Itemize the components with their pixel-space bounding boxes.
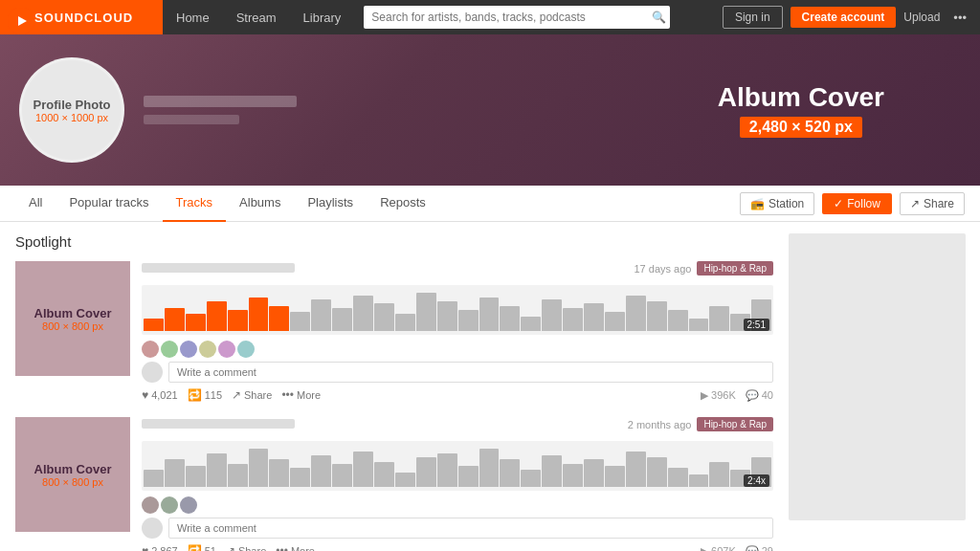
nav-library[interactable]: Library bbox=[290, 0, 355, 34]
waveform-bar bbox=[395, 314, 415, 331]
track-genre-1[interactable]: Hip-hop & Rap bbox=[697, 261, 773, 276]
share-icon-2: ↗ bbox=[226, 544, 235, 551]
waveform-bar bbox=[186, 466, 206, 487]
repost-count-1: 115 bbox=[205, 389, 222, 401]
waveform-bar bbox=[332, 464, 352, 487]
comment-count-2: 💬 29 bbox=[746, 545, 773, 552]
waveform-bar bbox=[353, 452, 373, 487]
mini-avatar bbox=[161, 496, 178, 514]
waveform-bar bbox=[563, 308, 583, 331]
waveform-bar bbox=[353, 296, 373, 331]
search-input[interactable] bbox=[364, 6, 670, 29]
share-tab-button[interactable]: ↗ Share bbox=[900, 192, 965, 215]
repost-action-1[interactable]: 🔁 115 bbox=[188, 388, 222, 402]
more-icon-2: ••• bbox=[276, 544, 288, 551]
waveform-bar bbox=[626, 296, 646, 331]
waveform-bar bbox=[249, 298, 269, 331]
waveform-bar bbox=[269, 459, 289, 487]
waveform-bar bbox=[165, 459, 185, 487]
play-icon-2-c: ▶ bbox=[701, 545, 708, 552]
waveform-bar bbox=[500, 459, 520, 487]
tab-popular-tracks[interactable]: Popular tracks bbox=[56, 186, 162, 222]
waveform-bar bbox=[647, 301, 667, 331]
mini-avatar bbox=[180, 496, 197, 514]
waveform-bar bbox=[458, 310, 479, 331]
create-account-button[interactable]: Create account bbox=[791, 7, 897, 28]
search-area: 🔍 bbox=[354, 6, 723, 29]
comments-1: 40 bbox=[762, 389, 773, 401]
album-cover-title: Album Cover bbox=[718, 82, 884, 113]
signin-button[interactable]: Sign in bbox=[723, 6, 783, 29]
advertisement-placeholder bbox=[789, 233, 966, 520]
waveform-bar bbox=[228, 464, 248, 487]
tabs-left: All Popular tracks Tracks Albums Playlis… bbox=[15, 186, 439, 222]
track-duration-2: 2:4x bbox=[744, 474, 769, 487]
tab-playlists[interactable]: Playlists bbox=[294, 186, 367, 222]
profile-photo-label: Profile Photo bbox=[33, 98, 111, 112]
comment-input-1[interactable] bbox=[168, 362, 773, 383]
station-icon: 📻 bbox=[750, 197, 765, 210]
waveform-bar bbox=[144, 470, 164, 487]
profile-photo-dims: 1000 × 1000 px bbox=[35, 112, 108, 123]
waveform-bar bbox=[668, 468, 688, 487]
mini-avatar bbox=[142, 341, 159, 358]
banner-sub-placeholder bbox=[144, 115, 239, 124]
waveform-2[interactable]: 2:4x bbox=[142, 441, 773, 491]
share-action-1[interactable]: ↗ Share bbox=[232, 388, 272, 402]
waveform-bar bbox=[479, 298, 500, 331]
nav-auth: Sign in Create account Upload ••• bbox=[723, 6, 980, 29]
nav-home[interactable]: Home bbox=[163, 0, 223, 34]
track-actions-1: ♥ 4,021 🔁 115 ↗ Share ••• bbox=[142, 388, 773, 402]
track-card: Album Cover 800 × 800 px 17 days ago bbox=[15, 261, 773, 402]
mini-avatar bbox=[180, 341, 197, 358]
more-label-2: More bbox=[291, 545, 315, 551]
track-top-row-1: 17 days ago Hip-hop & Rap bbox=[142, 261, 773, 276]
tab-reposts[interactable]: Reposts bbox=[367, 186, 439, 222]
track-genre-2[interactable]: Hip-hop & Rap bbox=[697, 417, 773, 431]
nav-stream[interactable]: Stream bbox=[223, 0, 290, 34]
waveform-bar bbox=[249, 449, 269, 487]
search-icon-button[interactable]: 🔍 bbox=[652, 11, 666, 24]
tab-albums[interactable]: Albums bbox=[226, 186, 294, 222]
waveform-bar bbox=[626, 452, 646, 487]
waveform-bar bbox=[689, 474, 709, 487]
sidebar-ad-area bbox=[789, 222, 980, 551]
upload-button[interactable]: Upload bbox=[903, 11, 940, 24]
more-action-1[interactable]: ••• More bbox=[281, 388, 321, 402]
comment-icon: 💬 bbox=[746, 389, 759, 402]
track-timestamp-2: 2 months ago bbox=[628, 419, 692, 430]
track-thumbnail-1: Album Cover 800 × 800 px bbox=[15, 261, 130, 376]
mini-avatar bbox=[218, 341, 235, 358]
avatar-row-2 bbox=[142, 496, 773, 514]
track-thumb-label-1: Album Cover bbox=[34, 306, 112, 320]
album-cover-dims: 2,480 × 520 px bbox=[740, 117, 862, 138]
comment-icon-2: 💬 bbox=[746, 545, 759, 552]
more-action-2[interactable]: ••• More bbox=[276, 544, 315, 551]
waveform-bar bbox=[416, 293, 436, 331]
share-action-2[interactable]: ↗ Share bbox=[226, 544, 266, 551]
tab-tracks[interactable]: Tracks bbox=[163, 186, 227, 222]
more-icon-1: ••• bbox=[281, 388, 294, 402]
waveform-bar bbox=[521, 470, 541, 487]
waveform-bar bbox=[290, 312, 310, 331]
comment-input-2[interactable] bbox=[168, 518, 773, 539]
repost-action-2[interactable]: 🔁 51 bbox=[188, 544, 216, 551]
like-action-2[interactable]: ♥ 2,867 bbox=[142, 544, 178, 551]
waveform-bar bbox=[144, 319, 164, 331]
waveform-bar bbox=[584, 303, 604, 331]
track-thumb-dims-2: 800 × 800 px bbox=[42, 476, 103, 488]
station-button[interactable]: 📻 Station bbox=[740, 192, 814, 215]
like-action-1[interactable]: ♥ 4,021 bbox=[142, 388, 178, 402]
more-options-icon[interactable]: ••• bbox=[947, 11, 972, 25]
comments-2: 29 bbox=[762, 545, 773, 551]
play-icon-count: ▶ bbox=[701, 389, 708, 402]
follow-button[interactable]: ✓ Follow bbox=[822, 193, 892, 214]
share-label-2: Share bbox=[238, 545, 266, 551]
waveform-bar bbox=[563, 464, 583, 487]
plays-1: 396K bbox=[711, 389, 736, 401]
waveform-1[interactable]: 2:51 bbox=[142, 285, 773, 335]
top-navigation: ☁ SOUNDCLOUD Home Stream Library 🔍 Sign … bbox=[0, 0, 980, 34]
like-count-2: 2,867 bbox=[151, 545, 178, 551]
tab-all[interactable]: All bbox=[15, 186, 56, 222]
waveform-bar bbox=[332, 308, 352, 331]
